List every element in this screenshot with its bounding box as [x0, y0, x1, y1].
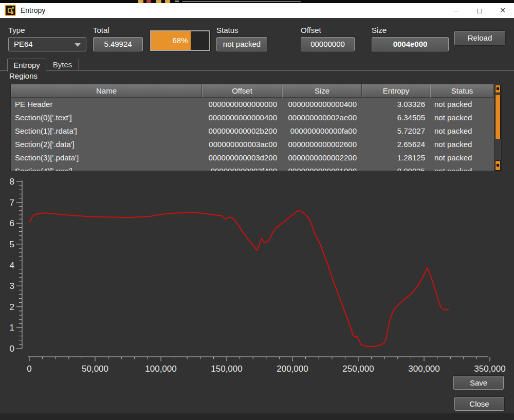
- status-field: not packed: [216, 37, 267, 51]
- cell-size: 0000000000002200: [282, 151, 362, 165]
- table-row-clipped[interactable]: Section(4)['.rsrc'] 000000000003f400 000…: [11, 165, 494, 171]
- svg-text:8: 8: [10, 177, 14, 187]
- scrollbar-thumb[interactable]: [495, 94, 501, 139]
- cell-name: Section(0)['.text']: [11, 111, 202, 124]
- svg-text:3: 3: [10, 281, 14, 291]
- svg-text:6: 6: [10, 218, 14, 228]
- cell-entropy: 6.34505: [362, 111, 430, 124]
- regions-label: Regions: [9, 71, 38, 80]
- size-label: Size: [372, 26, 387, 34]
- entropy-dialog-window: D Entropy – ◻ ✕ Type PE64 Total 5.49924 …: [0, 0, 514, 420]
- svg-text:50,000: 50,000: [82, 364, 108, 374]
- minimize-button[interactable]: –: [445, 3, 468, 18]
- svg-text:250,000: 250,000: [342, 364, 374, 374]
- close-window-button[interactable]: ✕: [491, 3, 514, 18]
- column-header-entropy[interactable]: Entropy: [362, 84, 430, 98]
- cell-offset: 000000000003ac00: [202, 138, 282, 151]
- svg-text:100,000: 100,000: [145, 364, 176, 374]
- table-row[interactable]: Section(3)['.pdata'] 000000000003d200 00…: [11, 151, 494, 165]
- column-header-name[interactable]: Name: [11, 84, 202, 98]
- cell-size: 0000000000001000: [282, 165, 362, 171]
- table-row[interactable]: PE Header 0000000000000000 0000000000000…: [11, 98, 494, 111]
- cell-entropy: 0.00025: [362, 165, 430, 171]
- cell-offset: 000000000002b200: [202, 124, 282, 138]
- svg-text:0: 0: [27, 364, 31, 374]
- svg-text:2: 2: [10, 302, 14, 312]
- background-text-fragment: [182, 1, 301, 2]
- scroll-down-icon: [497, 164, 499, 167]
- cell-status: not packed: [430, 111, 494, 124]
- type-dropdown-value: PE64: [14, 40, 33, 48]
- cell-offset: 0000000000000400: [202, 111, 282, 124]
- size-input[interactable]: 0004e000: [372, 37, 449, 51]
- cell-status: not packed: [430, 124, 494, 138]
- scroll-up-icon: [497, 87, 499, 90]
- progress-percent: 68%: [151, 31, 209, 50]
- column-header-size[interactable]: Size: [282, 84, 362, 98]
- cell-offset: 000000000003f400: [202, 165, 282, 171]
- cell-entropy: 5.72027: [362, 124, 430, 138]
- die-app-icon: D: [5, 5, 16, 16]
- cell-size: 0000000000002600: [282, 138, 362, 151]
- maximize-button[interactable]: ◻: [468, 3, 491, 18]
- entropy-chart: 012345678050,000100,000150,000200,000250…: [0, 177, 514, 378]
- table-header: Name Offset Size Entropy Status: [11, 84, 494, 98]
- svg-text:4: 4: [10, 261, 14, 270]
- cell-status: not packed: [430, 165, 494, 171]
- tab-bytes[interactable]: Bytes: [47, 59, 79, 71]
- table-row[interactable]: Section(0)['.text'] 0000000000000400 000…: [11, 111, 494, 124]
- svg-text:7: 7: [10, 198, 14, 208]
- offset-input[interactable]: 00000000: [301, 37, 355, 51]
- scroll-up-button[interactable]: [495, 85, 501, 93]
- background-text-fragment: [175, 1, 179, 2]
- tab-entropy[interactable]: Entropy: [7, 59, 46, 71]
- cell-entropy: 2.65624: [362, 138, 430, 151]
- offset-label: Offset: [301, 26, 321, 34]
- cell-status: not packed: [430, 151, 494, 165]
- svg-text:350,000: 350,000: [474, 364, 505, 374]
- svg-text:0: 0: [10, 344, 14, 354]
- table-row[interactable]: Section(1)['.rdata'] 000000000002b200 00…: [11, 124, 494, 138]
- status-label: Status: [216, 26, 238, 34]
- cell-status: not packed: [430, 98, 494, 111]
- svg-text:5: 5: [10, 240, 14, 249]
- cell-entropy: 3.03326: [362, 98, 430, 111]
- cell-name: Section(4)['.rsrc']: [11, 165, 202, 171]
- cell-name: PE Header: [11, 98, 202, 111]
- cell-offset: 000000000003d200: [202, 151, 282, 165]
- svg-text:150,000: 150,000: [211, 364, 242, 374]
- table-scrollbar[interactable]: [494, 84, 501, 171]
- titlebar: D Entropy – ◻ ✕: [0, 3, 514, 18]
- reload-button[interactable]: Reload: [454, 31, 505, 45]
- column-header-offset[interactable]: Offset: [202, 84, 282, 98]
- table-row[interactable]: Section(2)['.data'] 000000000003ac00 000…: [11, 138, 494, 151]
- cell-size: 0000000000000400: [282, 98, 362, 111]
- type-dropdown[interactable]: PE64: [8, 37, 86, 51]
- cell-offset: 0000000000000000: [202, 98, 282, 111]
- svg-text:1: 1: [10, 323, 14, 333]
- cell-name: Section(1)['.rdata']: [11, 124, 202, 138]
- total-label: Total: [93, 26, 109, 34]
- column-header-status[interactable]: Status: [430, 84, 494, 98]
- window-bottom-edge: [0, 413, 514, 420]
- window-title: Entropy: [21, 3, 45, 18]
- cell-entropy: 1.28125: [362, 151, 430, 165]
- regions-table: Name Offset Size Entropy Status PE Heade…: [10, 84, 502, 171]
- cell-name: Section(3)['.pdata']: [11, 151, 202, 165]
- progress-bar: 68%: [150, 30, 210, 51]
- chevron-down-icon: [75, 43, 81, 47]
- total-field: 5.49924: [93, 37, 143, 51]
- cell-status: not packed: [430, 138, 494, 151]
- svg-text:200,000: 200,000: [277, 364, 308, 374]
- scroll-down-button[interactable]: [495, 160, 501, 171]
- cell-name: Section(2)['.data']: [11, 138, 202, 151]
- save-button[interactable]: Save: [453, 376, 504, 390]
- cell-size: 000000000000fa00: [282, 124, 362, 138]
- close-button[interactable]: Close: [454, 397, 504, 411]
- svg-text:300,000: 300,000: [408, 364, 439, 374]
- cell-size: 000000000002ae00: [282, 111, 362, 124]
- type-label: Type: [8, 26, 25, 34]
